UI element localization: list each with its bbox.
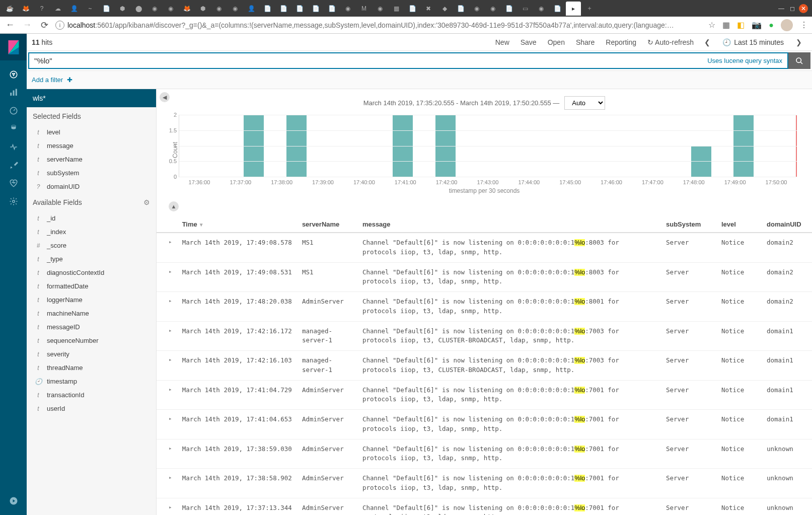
time-prev-button[interactable]: ❮ <box>699 38 715 46</box>
expand-row-button[interactable]: ▸ <box>157 380 177 410</box>
menu-open[interactable]: Open <box>542 38 570 46</box>
browser-tab[interactable]: ⬢ <box>115 2 130 16</box>
rail-monitoring-icon[interactable] <box>0 174 27 192</box>
column-Time[interactable]: Time▼ <box>177 216 297 233</box>
column-message[interactable]: message <box>357 216 661 233</box>
interval-select[interactable]: Auto <box>564 96 605 110</box>
rail-discover-icon[interactable] <box>0 65 27 84</box>
browser-tab[interactable]: ☕ <box>2 2 17 16</box>
window-close-icon[interactable]: ✕ <box>799 4 808 13</box>
browser-tab[interactable]: ☁ <box>50 2 65 16</box>
expand-row-button[interactable]: ▸ <box>157 439 177 469</box>
field-_type[interactable]: t_type <box>27 252 156 266</box>
browser-tab[interactable]: ◉ <box>228 2 243 16</box>
field-serverName[interactable]: tserverName <box>27 153 156 166</box>
apps-icon[interactable]: ▦ <box>722 20 730 30</box>
field-loggerName[interactable]: tloggerName <box>27 293 156 307</box>
browser-tab[interactable]: ⬢ <box>195 2 210 16</box>
browser-tab[interactable]: 📄 <box>260 2 275 16</box>
index-pattern-selector[interactable]: wls* <box>27 89 156 107</box>
field-domainUID[interactable]: ?domainUID <box>27 180 156 193</box>
browser-tab[interactable]: ~ <box>83 2 98 16</box>
browser-tab[interactable]: ◉ <box>340 2 355 16</box>
column-serverName[interactable]: serverName <box>297 216 357 233</box>
browser-tab[interactable]: ✖ <box>421 2 436 16</box>
field-_index[interactable]: t_index <box>27 225 156 239</box>
rail-devtools-icon[interactable] <box>0 156 27 174</box>
new-tab-button[interactable]: ＋ <box>582 2 597 16</box>
reload-button[interactable]: ⟳ <box>38 20 50 31</box>
histogram-chart[interactable]: 00.511.52 <box>179 115 797 177</box>
field-threadName[interactable]: tthreadName <box>27 361 156 375</box>
browser-tab[interactable]: ▦ <box>389 2 404 16</box>
browser-tab[interactable]: 📄 <box>324 2 339 16</box>
browser-tab[interactable]: 📄 <box>308 2 323 16</box>
time-next-button[interactable]: ❯ <box>791 38 807 46</box>
expand-row-button[interactable]: ▸ <box>157 262 177 292</box>
browser-tab[interactable]: 📄 <box>405 2 420 16</box>
query-input[interactable] <box>34 56 707 65</box>
collapse-chart-button[interactable]: ▲ <box>169 201 179 211</box>
field-diagnosticContextId[interactable]: tdiagnosticContextId <box>27 266 156 279</box>
browser-tab[interactable]: 👤 <box>66 2 82 16</box>
field-subSystem[interactable]: tsubSystem <box>27 166 156 180</box>
browser-tab[interactable]: 📄 <box>550 2 565 16</box>
field-_score[interactable]: #_score <box>27 239 156 252</box>
expand-row-button[interactable]: ▸ <box>157 351 177 381</box>
browser-tab[interactable]: 📄 <box>292 2 307 16</box>
browser-tab[interactable]: ◉ <box>485 2 500 16</box>
rail-management-icon[interactable] <box>0 192 27 210</box>
ext3-icon[interactable]: ● <box>769 21 774 30</box>
add-filter-button[interactable]: Add a filter ✚ <box>32 76 72 84</box>
field-messageID[interactable]: tmessageID <box>27 320 156 334</box>
browser-tab[interactable]: ◉ <box>534 2 549 16</box>
field-level[interactable]: tlevel <box>27 125 156 139</box>
field-machineName[interactable]: tmachineName <box>27 307 156 320</box>
expand-row-button[interactable]: ▸ <box>157 233 177 262</box>
bookmark-icon[interactable]: ☆ <box>708 20 715 30</box>
field-userId[interactable]: tuserId <box>27 402 156 415</box>
column-subSystem[interactable]: subSystem <box>661 216 716 233</box>
menu-new[interactable]: New <box>490 38 515 46</box>
rail-timelion-icon[interactable] <box>0 120 27 138</box>
window-maximize-icon[interactable]: ◻ <box>788 4 797 13</box>
browser-tab[interactable]: ◆ <box>437 2 452 16</box>
column-domainUID[interactable]: domainUID <box>762 216 812 233</box>
expand-row-button[interactable]: ▸ <box>157 469 177 498</box>
expand-row-button[interactable]: ▸ <box>157 292 177 322</box>
browser-tab[interactable]: ▸ <box>566 2 581 16</box>
browser-tab[interactable]: 🦊 <box>179 2 194 16</box>
rail-dashboard-icon[interactable] <box>0 102 27 120</box>
browser-tab[interactable]: ▭ <box>518 2 533 16</box>
browser-tab[interactable]: ⬤ <box>131 2 146 16</box>
rail-collapse-icon[interactable] <box>0 492 27 510</box>
browser-tab[interactable]: 📄 <box>276 2 291 16</box>
kibana-logo[interactable] <box>0 34 27 60</box>
ext1-icon[interactable]: ◧ <box>737 20 745 30</box>
field-timestamp[interactable]: 🕘timestamp <box>27 375 156 388</box>
menu-share[interactable]: Share <box>570 38 600 46</box>
field-transactionId[interactable]: ttransactionId <box>27 388 156 402</box>
ext2-icon[interactable]: 📷 <box>752 20 762 30</box>
browser-tab[interactable]: ◉ <box>469 2 484 16</box>
browser-tab[interactable]: ◉ <box>163 2 178 16</box>
expand-row-button[interactable]: ▸ <box>157 321 177 351</box>
time-range-button[interactable]: 🕘 Last 15 minutes <box>717 38 789 46</box>
browser-tab[interactable]: 👤 <box>244 2 259 16</box>
browser-tab[interactable]: ? <box>34 2 49 16</box>
expand-row-button[interactable]: ▸ <box>157 410 177 439</box>
browser-tab[interactable]: ◉ <box>373 2 388 16</box>
menu-reporting[interactable]: Reporting <box>600 38 642 46</box>
collapse-sidebar-button[interactable]: ◀ <box>160 92 170 102</box>
url-field[interactable]: i localhost:5601/app/kibana#/discover?_g… <box>55 21 703 30</box>
column-level[interactable]: level <box>716 216 762 233</box>
browser-tab[interactable]: ◉ <box>147 2 162 16</box>
autorefresh-button[interactable]: ↻ Auto-refresh <box>642 38 699 46</box>
field-formattedDate[interactable]: tformattedDate <box>27 279 156 293</box>
field-message[interactable]: tmessage <box>27 139 156 153</box>
back-button[interactable]: ← <box>4 20 16 30</box>
search-button[interactable] <box>788 52 810 69</box>
menu-save[interactable]: Save <box>515 38 542 46</box>
field-settings-icon[interactable]: ⚙ <box>143 198 150 206</box>
forward-button[interactable]: → <box>21 20 33 30</box>
